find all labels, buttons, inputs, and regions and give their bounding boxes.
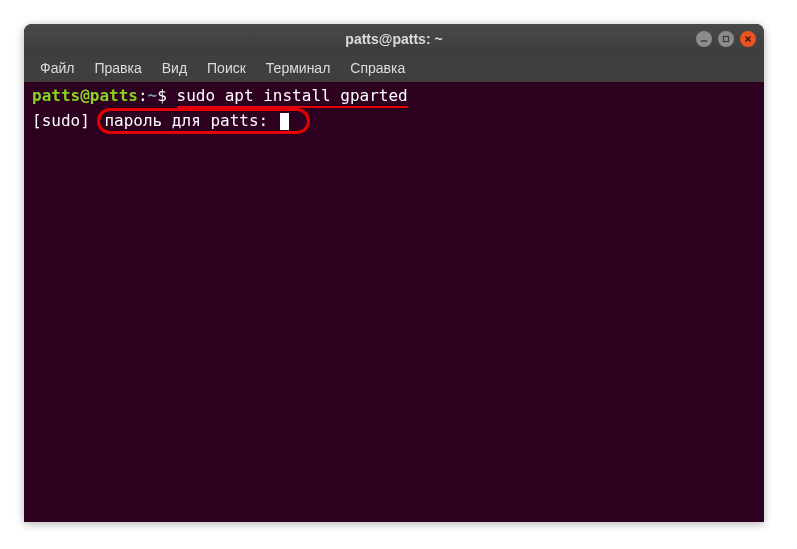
maximize-button[interactable] <box>718 31 734 47</box>
terminal-cursor <box>280 113 289 130</box>
terminal-body[interactable]: patts@patts:~$ sudo apt install gparted … <box>24 82 764 522</box>
menu-edit[interactable]: Правка <box>86 57 149 79</box>
menu-file[interactable]: Файл <box>32 57 82 79</box>
prompt-dollar: $ <box>157 86 176 108</box>
menubar: Файл Правка Вид Поиск Терминал Справка <box>24 54 764 82</box>
sudo-password-prompt: пароль для patts: <box>104 111 277 131</box>
close-button[interactable] <box>740 31 756 47</box>
close-icon <box>744 35 752 43</box>
window-title: patts@patts: ~ <box>345 31 442 47</box>
titlebar: patts@patts: ~ <box>24 24 764 54</box>
minimize-icon <box>700 35 708 43</box>
prompt-user: patts@patts <box>32 86 138 108</box>
prompt-path: ~ <box>148 86 158 108</box>
menu-view[interactable]: Вид <box>154 57 195 79</box>
sudo-prefix: [sudo] <box>32 111 99 131</box>
maximize-icon <box>722 35 730 43</box>
prompt-colon: : <box>138 86 148 108</box>
menu-help[interactable]: Справка <box>342 57 413 79</box>
terminal-line-2: [sudo] пароль для patts: <box>32 108 756 134</box>
menu-search[interactable]: Поиск <box>199 57 254 79</box>
terminal-window: patts@patts: ~ Файл Правка Вид Поиск Тер… <box>24 24 764 522</box>
minimize-button[interactable] <box>696 31 712 47</box>
window-controls <box>696 31 756 47</box>
terminal-command: sudo apt install gparted <box>177 86 408 108</box>
terminal-line-1: patts@patts:~$ sudo apt install gparted <box>32 86 756 108</box>
menu-terminal[interactable]: Терминал <box>258 57 338 79</box>
svg-rect-1 <box>724 37 729 42</box>
highlight-annotation: пароль для patts: <box>97 108 309 134</box>
